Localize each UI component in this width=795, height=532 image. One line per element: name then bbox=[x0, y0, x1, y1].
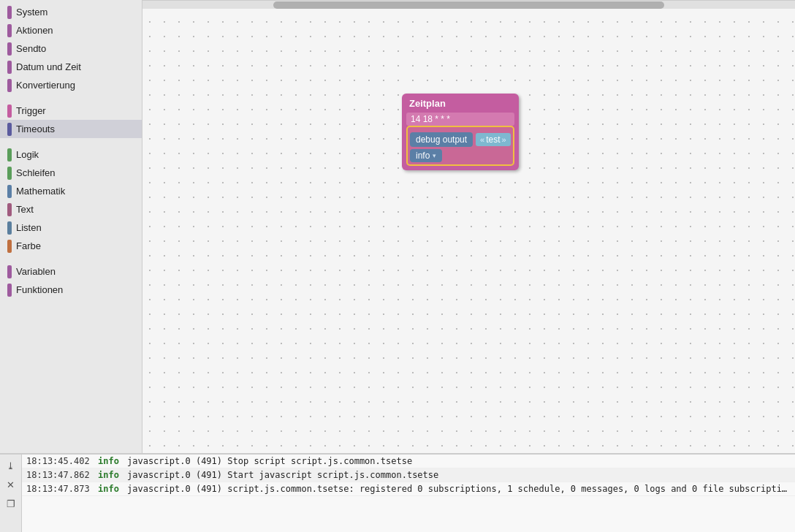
info-dropdown-icon[interactable]: ▾ bbox=[433, 152, 436, 159]
info-label: info bbox=[416, 151, 430, 161]
sidebar-label-logik: Logik bbox=[16, 149, 39, 160]
quote-open-icon: « bbox=[480, 135, 484, 144]
sidebar-item-konvertierung[interactable]: Konvertierung bbox=[0, 76, 142, 94]
log-icons: ⤓ ✕ ❐ bbox=[0, 455, 22, 532]
sidebar-label-system: System bbox=[16, 7, 47, 18]
string-value: test bbox=[486, 134, 500, 145]
string-block[interactable]: « test » bbox=[476, 133, 511, 146]
sidebar-item-sendto[interactable]: Sendto bbox=[0, 39, 142, 58]
info-row: info ▾ bbox=[410, 149, 511, 162]
log-msg: javascript.0 (491) Stop script script.js… bbox=[127, 456, 412, 466]
sidebar-item-trigger[interactable]: Trigger bbox=[0, 102, 142, 120]
main-area: SystemAktionenSendtoDatum und ZeitKonver… bbox=[0, 0, 795, 453]
sidebar-label-sendto: Sendto bbox=[16, 43, 46, 54]
sidebar-item-text[interactable]: Text bbox=[0, 200, 142, 218]
color-bar-system bbox=[7, 6, 12, 19]
sidebar-item-logik[interactable]: Logik bbox=[0, 145, 142, 164]
color-bar-funktionen bbox=[7, 284, 12, 297]
block-zeitplan[interactable]: Zeitplan 14 18 * * * debug output « test… bbox=[402, 94, 519, 170]
debug-row: debug output « test » bbox=[410, 132, 511, 147]
color-bar-konvertierung bbox=[7, 79, 12, 92]
log-level: info bbox=[98, 456, 121, 466]
color-bar-mathematik bbox=[7, 185, 12, 198]
log-row: 18:13:47.862infojavascript.0 (491) Start… bbox=[22, 468, 795, 482]
color-bar-schleifen bbox=[7, 167, 12, 180]
zeitplan-header: Zeitplan bbox=[406, 96, 514, 110]
color-bar-variablen bbox=[7, 265, 12, 278]
log-time: 18:13:47.862 bbox=[26, 470, 92, 480]
debug-block[interactable]: debug output bbox=[410, 132, 473, 147]
sidebar-label-datum-und-zeit: Datum und Zeit bbox=[16, 61, 81, 72]
log-msg: javascript.0 (491) script.js.common.tset… bbox=[127, 484, 791, 494]
log-time: 18:13:45.402 bbox=[26, 456, 92, 466]
color-bar-farbe bbox=[7, 240, 12, 253]
color-bar-aktionen bbox=[7, 24, 12, 37]
sidebar-label-text: Text bbox=[16, 204, 34, 215]
sidebar-label-trigger: Trigger bbox=[16, 105, 46, 116]
log-panel-inner: ⤓ ✕ ❐ 18:13:45.402infojavascript.0 (491)… bbox=[0, 455, 795, 532]
quote-close-icon: » bbox=[502, 135, 506, 144]
log-time: 18:13:47.873 bbox=[26, 484, 92, 494]
color-bar-text bbox=[7, 203, 12, 216]
sidebar-label-aktionen: Aktionen bbox=[16, 25, 53, 36]
scrollbar-thumb[interactable] bbox=[273, 1, 665, 9]
sidebar-item-datum-und-zeit[interactable]: Datum und Zeit bbox=[0, 58, 142, 76]
canvas-area[interactable]: Zeitplan 14 18 * * * debug output « test… bbox=[142, 0, 795, 453]
log-row: 18:13:45.402infojavascript.0 (491) Stop … bbox=[22, 455, 795, 468]
block-container: Zeitplan 14 18 * * * debug output « test… bbox=[402, 94, 519, 170]
log-copy-button[interactable]: ❐ bbox=[3, 495, 19, 512]
color-bar-listen bbox=[7, 221, 12, 235]
color-bar-datum-und-zeit bbox=[7, 61, 12, 74]
log-panel: ⤓ ✕ ❐ 18:13:45.402infojavascript.0 (491)… bbox=[0, 453, 795, 532]
sidebar-item-aktionen[interactable]: Aktionen bbox=[0, 21, 142, 39]
sidebar-label-mathematik: Mathematik bbox=[16, 186, 65, 197]
log-download-button[interactable]: ⤓ bbox=[3, 457, 19, 474]
sidebar-item-funktionen[interactable]: Funktionen bbox=[0, 281, 142, 299]
sidebar-item-farbe[interactable]: Farbe bbox=[0, 237, 142, 255]
color-bar-timeouts bbox=[7, 123, 12, 136]
sidebar-separator bbox=[0, 255, 142, 262]
zeitplan-sub: 14 18 * * * bbox=[406, 113, 514, 126]
sidebar-label-funktionen: Funktionen bbox=[16, 284, 63, 295]
debug-wrapper: debug output « test » info ▾ bbox=[406, 126, 514, 166]
info-block[interactable]: info ▾ bbox=[410, 149, 442, 162]
color-bar-logik bbox=[7, 148, 12, 162]
sidebar-label-konvertierung: Konvertierung bbox=[16, 80, 75, 91]
sidebar-separator bbox=[0, 94, 142, 102]
sidebar-separator bbox=[0, 138, 142, 145]
log-level: info bbox=[98, 484, 121, 494]
sidebar-item-timeouts[interactable]: Timeouts bbox=[0, 120, 142, 138]
sidebar-item-schleifen[interactable]: Schleifen bbox=[0, 164, 142, 182]
log-close-button[interactable]: ✕ bbox=[3, 476, 19, 493]
sidebar-item-system[interactable]: System bbox=[0, 3, 142, 21]
sidebar-label-variablen: Variablen bbox=[16, 266, 56, 277]
log-level: info bbox=[98, 470, 121, 480]
log-row: 18:13:47.873infojavascript.0 (491) scrip… bbox=[22, 482, 795, 496]
color-bar-sendto bbox=[7, 42, 12, 56]
canvas-scrollbar[interactable] bbox=[142, 0, 795, 9]
sidebar: SystemAktionenSendtoDatum und ZeitKonver… bbox=[0, 0, 142, 453]
log-content: 18:13:45.402infojavascript.0 (491) Stop … bbox=[22, 455, 795, 532]
log-msg: javascript.0 (491) Start javascript scri… bbox=[127, 470, 438, 480]
sidebar-label-timeouts: Timeouts bbox=[16, 123, 55, 134]
sidebar-item-variablen[interactable]: Variablen bbox=[0, 262, 142, 281]
color-bar-trigger bbox=[7, 104, 12, 118]
sidebar-item-mathematik[interactable]: Mathematik bbox=[0, 182, 142, 200]
sidebar-label-listen: Listen bbox=[16, 222, 42, 233]
sidebar-item-listen[interactable]: Listen bbox=[0, 218, 142, 237]
sidebar-label-farbe: Farbe bbox=[16, 240, 41, 251]
sidebar-label-schleifen: Schleifen bbox=[16, 167, 55, 178]
